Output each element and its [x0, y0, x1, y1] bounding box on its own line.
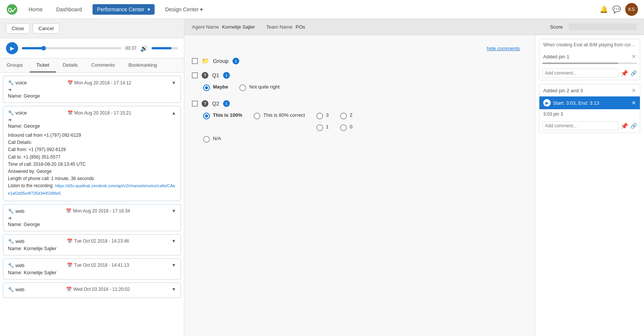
list-item[interactable]: 🔧 voice 📅 Mon Aug 20 2018 - 17:14:12 ▼ ➜… — [3, 76, 181, 103]
radio-80[interactable] — [254, 113, 260, 119]
play-small-icon[interactable]: ▶ — [543, 99, 551, 107]
tab-bookmarking[interactable]: Bookmarking — [122, 58, 164, 72]
hide-comments-link[interactable]: hide comments — [192, 43, 527, 51]
comment-input-2[interactable] — [542, 121, 618, 130]
list-item[interactable]: 🔧 web 📅 Wed Oct 03 2018 - 11:20:02 ▼ — [3, 283, 181, 298]
answer-option[interactable]: Maybe — [203, 84, 228, 91]
tab-comments[interactable]: Comments — [85, 58, 122, 72]
ticket-type: 🔧 web — [8, 208, 24, 214]
close-button[interactable]: Close — [6, 23, 30, 34]
ticket-date: 📅 Tue Oct 02 2018 - 14:41:13 — [67, 263, 129, 268]
list-item[interactable]: 🔧 web 📅 Mon Aug 20 2018 - 17:16:34 ▼ ➜ N… — [3, 204, 181, 231]
calendar-icon: 📅 — [67, 238, 73, 244]
answer-option[interactable]: Not quite right — [239, 84, 279, 91]
answer-option[interactable]: This is 100% — [203, 112, 242, 119]
bell-icon[interactable]: 🔔 — [600, 5, 608, 14]
agent-name-value: Kornelije Sajler — [222, 24, 255, 30]
score-header: Agent Name Kornelije Sajler Team Name PO… — [184, 19, 644, 35]
group-info-icon[interactable]: i — [232, 58, 239, 64]
list-item[interactable]: 🔧 web 📅 Tue Oct 02 2018 - 14:41:13 ▼ Nam… — [3, 258, 181, 279]
pin2-close-button[interactable]: ✕ — [632, 87, 636, 93]
ticket-channel: web — [15, 208, 24, 214]
progress-thumb[interactable] — [41, 46, 46, 50]
right-panel: Agent Name Kornelije Sajler Team Name PO… — [184, 19, 644, 336]
avatar[interactable]: KS — [625, 3, 638, 16]
radio-100[interactable] — [203, 113, 210, 119]
tab-details[interactable]: Details — [56, 58, 85, 72]
comment-text: When creating Eval all B/M playing from … — [539, 39, 640, 50]
left-panel: Close Cancel ▶ 00:37 🔊 Groups Ticket Det… — [0, 19, 184, 336]
list-item[interactable]: 🔧 voice 📅 Mon Aug 20 2018 - 17:15:21 ▲ ➜… — [3, 106, 181, 201]
radio-3[interactable] — [316, 113, 323, 119]
comment-highlight: ▶ Start: 3:03, End: 3:13 ✕ — [539, 96, 640, 109]
answer-label: This is 80% correct — [263, 112, 305, 118]
app-logo[interactable]: Q — [6, 3, 18, 15]
answer-option[interactable]: 2 — [340, 112, 352, 119]
comment-scroll-bar — [542, 63, 637, 64]
highlight-close-button[interactable]: ✕ — [632, 100, 636, 106]
comments-panel: When creating Eval all B/M playing from … — [535, 35, 644, 336]
answer-option[interactable]: 3 — [316, 112, 329, 119]
pin-close-button[interactable]: ✕ — [632, 53, 636, 60]
answer-label: 2 — [350, 112, 352, 118]
attach-icon-2[interactable]: 🔗 — [630, 123, 637, 129]
audio-player: ▶ 00:37 🔊 — [0, 38, 184, 58]
call-length: Length of phone call: 1 minute, 36 secon… — [8, 175, 176, 182]
wrench-icon: 🔧 — [8, 208, 14, 214]
ticket-date-value: Wed Oct 03 2018 - 11:20:02 — [73, 287, 130, 292]
volume-icon[interactable]: 🔊 — [140, 45, 148, 52]
q1-checkbox[interactable] — [192, 72, 198, 78]
ticket-name: Name: George — [8, 221, 176, 227]
play-button[interactable]: ▶ — [6, 42, 18, 54]
expand-icon[interactable]: ▼ — [172, 287, 176, 292]
q2-info-icon[interactable]: i — [223, 100, 230, 107]
nav-performance-center[interactable]: Performance Center ▾ — [93, 4, 155, 15]
answer-option[interactable]: This is 80% correct — [254, 112, 305, 119]
pin-icon-2[interactable]: 📌 — [621, 122, 628, 130]
chat-icon[interactable]: 💬 — [612, 5, 621, 14]
tab-ticket[interactable]: Ticket — [30, 58, 56, 72]
highlight-time: Start: 3:03, End: 3:13 — [553, 100, 599, 106]
q1-label: Q1 — [212, 72, 219, 78]
pin-icon[interactable]: 📌 — [621, 70, 628, 77]
tab-groups[interactable]: Groups — [0, 58, 30, 72]
cancel-button[interactable]: Cancel — [33, 23, 59, 34]
wrench-icon: 🔧 — [8, 263, 14, 268]
q2-checkbox[interactable] — [192, 101, 198, 107]
q1-info-icon[interactable]: i — [223, 72, 230, 79]
volume-bar[interactable] — [152, 47, 178, 49]
answer-label: Maybe — [213, 84, 228, 90]
nav-home[interactable]: Home — [26, 5, 46, 14]
ticket-header: 🔧 web 📅 Tue Oct 02 2018 - 14:23:46 ▼ — [8, 238, 176, 244]
radio-not-quite[interactable] — [239, 84, 246, 91]
calendar-icon: 📅 — [67, 263, 73, 268]
answer-label: This is 100% — [213, 112, 242, 118]
calendar-icon: 📅 — [66, 287, 72, 292]
comment-input-1[interactable] — [542, 69, 618, 78]
expand-icon[interactable]: ▼ — [172, 263, 176, 268]
attach-icon[interactable]: 🔗 — [630, 70, 637, 76]
answer-option[interactable]: 0 — [340, 124, 352, 131]
question-icon: ? — [202, 100, 208, 107]
radio-1[interactable] — [316, 124, 323, 131]
expand-icon[interactable]: ▼ — [172, 80, 176, 86]
ticket-channel: web — [15, 287, 24, 292]
radio-0[interactable] — [340, 124, 347, 131]
answer-option[interactable]: 1 — [316, 124, 329, 131]
collapse-icon[interactable]: ▲ — [172, 110, 176, 116]
audio-progress-bar[interactable] — [22, 47, 122, 49]
comment-subtext: 3:03 pin 3 — [539, 109, 640, 119]
ticket-list: 🔧 voice 📅 Mon Aug 20 2018 - 17:14:12 ▼ ➜… — [0, 73, 184, 336]
ticket-date: 📅 Tue Oct 02 2018 - 14:23:46 — [67, 238, 129, 244]
group-checkbox[interactable] — [192, 58, 198, 64]
eval-main: hide comments 📁 Group i ? Q1 i — [184, 35, 535, 336]
answer-option[interactable]: N/A — [203, 136, 527, 143]
list-item[interactable]: 🔧 web 📅 Tue Oct 02 2018 - 14:23:46 ▼ Nam… — [3, 234, 181, 255]
radio-maybe[interactable] — [203, 84, 210, 91]
expand-icon[interactable]: ▼ — [172, 208, 176, 214]
radio-2[interactable] — [340, 113, 347, 119]
nav-dashboard[interactable]: Dashboard — [53, 5, 85, 14]
nav-design-center[interactable]: Design Center ▾ — [162, 5, 206, 14]
expand-icon[interactable]: ▼ — [172, 238, 176, 244]
radio-na[interactable] — [203, 136, 210, 143]
